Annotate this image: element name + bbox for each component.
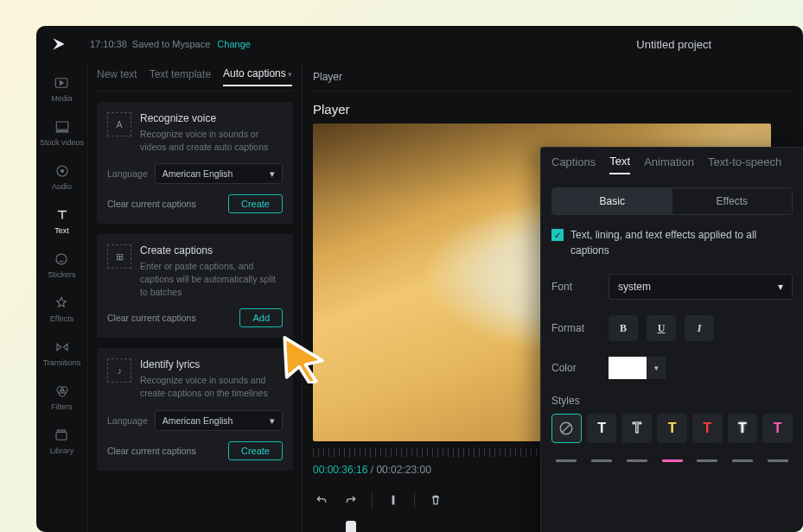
style-preset[interactable]: T [762,414,793,443]
underline-button[interactable]: U [647,315,676,341]
media-icon [53,74,70,92]
style-preset[interactable]: T [692,414,723,443]
svg-rect-11 [392,496,395,505]
style-preset[interactable]: T [621,414,652,443]
style-preset[interactable] [551,414,582,443]
app-logo-icon [50,35,67,53]
svg-rect-2 [56,131,68,133]
separator [372,492,373,508]
zoom-handle[interactable] [346,521,356,532]
tab-captions[interactable]: Captions [551,155,596,174]
sidebar-item-library[interactable]: Library [50,427,74,455]
left-sidebar: Media Stock videos Audio Text Stickers E… [36,62,88,532]
underline-preset[interactable] [692,450,723,462]
style-preset[interactable]: T [728,414,758,443]
card-desc: Recognize voice in sounds or videos and … [140,128,283,153]
create-captions-icon: ⊞ [107,244,131,269]
add-button[interactable]: Add [239,308,283,327]
chevron-down-icon[interactable]: ▾ [647,357,666,379]
underline-preset[interactable] [551,450,582,462]
create-captions-card: ⊞ Create captions Enter or paste caption… [97,234,293,338]
language-select[interactable]: American English ▾ [155,410,283,431]
identify-lyrics-icon: ♪ [107,358,131,383]
filters-icon [54,383,71,400]
create-button[interactable]: Create [228,194,283,213]
player-title: Player [313,102,793,117]
sidebar-item-stickers[interactable]: Stickers [48,250,75,279]
sidebar-label: Effects [50,314,73,323]
text-icon [54,206,71,224]
segment-basic[interactable]: Basic [552,188,672,214]
clear-captions-link[interactable]: Clear current captions [107,199,196,209]
style-preset[interactable]: T [587,414,617,443]
clear-captions-link[interactable]: Clear current captions [107,313,196,323]
properties-panel: Captions Text Animation Text-to-speech B… [540,147,803,532]
style-preset[interactable]: T [657,414,687,443]
properties-tabs: Captions Text Animation Text-to-speech [551,148,793,180]
color-picker[interactable]: ▾ [609,357,666,379]
delete-button[interactable] [427,491,444,509]
chevron-down-icon: ▾ [288,70,292,79]
chevron-down-icon: ▾ [270,415,275,426]
styles-label: Styles [551,395,793,407]
top-bar: 17:10:38 Saved to Myspace Change Untitle… [36,26,803,62]
color-label: Color [551,362,609,374]
time-duration: / 00:02:23:00 [371,464,431,476]
format-group: B U I [609,315,714,341]
language-label: Language [107,168,148,179]
svg-rect-1 [56,122,68,130]
svg-rect-10 [58,430,66,432]
library-icon [53,427,70,444]
clear-captions-link[interactable]: Clear current captions [107,446,196,456]
card-title: Identify lyrics [140,358,283,370]
identify-lyrics-card: ♪ Identify lyrics Recognize voice in sou… [97,348,293,470]
time-current: 00:00:36:16 [313,464,367,476]
tab-text-template[interactable]: Text template [150,68,211,86]
font-select[interactable]: system ▾ [609,274,793,300]
redo-button[interactable] [342,491,360,509]
change-link[interactable]: Change [217,39,251,49]
recognize-icon: A [107,112,131,136]
language-select[interactable]: American English ▾ [155,163,283,184]
player-breadcrumb: Player [313,62,793,92]
segment-effects[interactable]: Effects [672,188,793,214]
sidebar-label: Text [54,226,69,235]
tab-tts[interactable]: Text-to-speech [708,155,781,174]
tab-text[interactable]: Text [609,155,630,174]
project-title[interactable]: Untitled project [636,38,711,51]
captions-panel: New text Text template Auto captions▾ A … [88,62,303,532]
svg-rect-9 [56,432,67,440]
stock-icon [54,118,71,136]
underline-preset[interactable] [587,450,617,462]
create-button[interactable]: Create [228,441,283,460]
timestamp: 17:10:38 [90,39,127,49]
undo-button[interactable] [313,491,330,509]
apply-all-checkbox[interactable]: ✓ [551,229,564,241]
underline-preset[interactable] [657,450,687,462]
svg-point-5 [56,254,67,264]
underline-preset[interactable] [762,450,793,462]
sidebar-item-effects[interactable]: Effects [50,294,73,323]
split-button[interactable] [385,491,402,509]
italic-button[interactable]: I [685,315,714,341]
app-window: 17:10:38 Saved to Myspace Change Untitle… [36,26,803,532]
sidebar-item-transitions[interactable]: Transitions [43,339,81,367]
card-title: Create captions [140,244,283,256]
segment-control: Basic Effects [551,187,793,215]
stickers-icon [53,250,70,268]
chevron-down-icon: ▾ [778,281,783,293]
sidebar-item-audio[interactable]: Audio [52,162,72,191]
underline-preset[interactable] [728,450,758,462]
card-desc: Recognize voice in sounds and create cap… [140,374,283,399]
tab-auto-captions[interactable]: Auto captions▾ [223,67,292,86]
sidebar-item-stock[interactable]: Stock videos [40,118,84,147]
sidebar-item-filters[interactable]: Filters [51,383,73,411]
sidebar-item-media[interactable]: Media [51,74,73,103]
tab-new-text[interactable]: New text [97,68,137,86]
tab-animation[interactable]: Animation [644,155,694,174]
sidebar-label: Stock videos [40,138,84,147]
sidebar-item-text[interactable]: Text [54,206,71,235]
underline-preset[interactable] [621,450,652,462]
save-status: Saved to Myspace [132,39,211,49]
bold-button[interactable]: B [609,315,638,341]
